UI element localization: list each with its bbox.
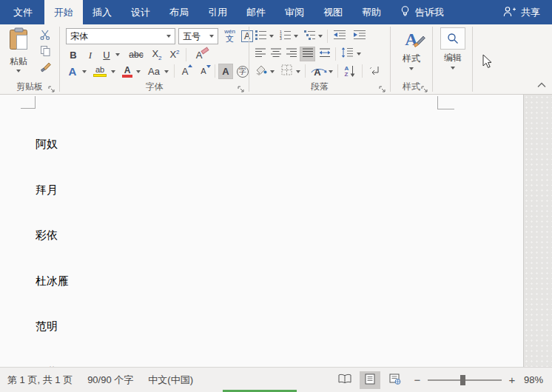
- tab-layout[interactable]: 布局: [160, 0, 198, 24]
- font-size-combo[interactable]: 五号: [178, 28, 218, 44]
- character-shading-button[interactable]: A: [218, 64, 233, 79]
- page-number-status[interactable]: 第 1 页, 共 1 页: [0, 374, 80, 387]
- tab-design[interactable]: 设计: [121, 0, 160, 24]
- strikethrough-button[interactable]: abc: [125, 47, 147, 62]
- tab-help[interactable]: 帮助: [352, 0, 391, 24]
- multilevel-list-button[interactable]: [302, 29, 317, 44]
- tell-me-box[interactable]: 告诉我: [391, 0, 453, 24]
- underline-button[interactable]: U: [99, 47, 114, 62]
- justify-button[interactable]: [300, 47, 315, 61]
- doc-line: 彩依: [36, 228, 69, 243]
- highlight-dropdown[interactable]: [109, 64, 118, 79]
- font-color-dropdown[interactable]: [134, 64, 143, 79]
- asian-layout-button[interactable]: A: [309, 64, 326, 79]
- subscript-button[interactable]: X2: [149, 47, 165, 62]
- format-painter-button[interactable]: [37, 61, 53, 76]
- show-hide-marks-button[interactable]: [366, 64, 383, 79]
- italic-button[interactable]: I: [83, 47, 98, 62]
- clipboard-group: 粘贴 剪贴板: [0, 24, 59, 95]
- clipboard-paste-icon: [9, 27, 29, 53]
- font-color-button[interactable]: A: [120, 64, 135, 79]
- language-status[interactable]: 中文(中国): [141, 374, 201, 387]
- read-mode-button[interactable]: [334, 371, 355, 389]
- distribute-button[interactable]: [317, 47, 332, 61]
- paragraph-dialog-launcher-icon[interactable]: [379, 84, 388, 92]
- grow-font-button[interactable]: A: [177, 64, 193, 79]
- paste-button[interactable]: 粘贴: [3, 27, 34, 72]
- font-name-value: 宋体: [70, 30, 88, 43]
- tab-home[interactable]: 开始: [44, 0, 83, 24]
- highlight-button[interactable]: ab: [91, 64, 109, 79]
- document-canvas[interactable]: 阿奴 拜月 彩依 杜冰雁 范明 飞蓬 顾留芳 花楹 姜明 姜婉儿 景天 酒剑仙 …: [0, 95, 552, 367]
- zoom-slider[interactable]: [428, 379, 502, 381]
- font-dialog-launcher-icon[interactable]: [238, 84, 246, 92]
- zoom-level[interactable]: 98%: [521, 374, 552, 385]
- text-effects-button[interactable]: A: [64, 64, 81, 79]
- borders-dropdown[interactable]: [294, 64, 302, 79]
- text-effects-dropdown[interactable]: [80, 64, 89, 79]
- svg-text:3: 3: [280, 36, 282, 40]
- lightbulb-icon: [400, 5, 411, 20]
- tab-insert[interactable]: 插入: [83, 0, 121, 24]
- shrink-font-button[interactable]: A: [195, 64, 212, 79]
- doc-line: 范明: [36, 319, 69, 334]
- copy-button[interactable]: [37, 45, 53, 60]
- styles-dialog-launcher-icon[interactable]: [421, 84, 430, 92]
- tab-review[interactable]: 审阅: [275, 0, 314, 24]
- editing-button[interactable]: 编辑: [437, 27, 468, 70]
- line-spacing-dropdown[interactable]: [354, 47, 363, 61]
- asian-layout-dropdown[interactable]: [326, 64, 334, 79]
- cut-button[interactable]: [37, 29, 53, 44]
- font-name-combo[interactable]: 宋体: [66, 28, 175, 44]
- align-right-icon: [286, 47, 297, 61]
- sort-button[interactable]: AZ: [341, 64, 359, 79]
- share-button[interactable]: 共享: [491, 0, 552, 24]
- change-case-dropdown[interactable]: [162, 64, 171, 79]
- decrease-indent-button[interactable]: [331, 29, 349, 44]
- web-layout-button[interactable]: [385, 371, 405, 389]
- word-count-status[interactable]: 90/90 个字: [80, 374, 141, 387]
- tab-view[interactable]: 视图: [314, 0, 352, 24]
- line-spacing-button[interactable]: [339, 47, 355, 61]
- zoom-control: − +: [413, 374, 516, 386]
- print-layout-button[interactable]: [360, 371, 380, 389]
- shading-dropdown[interactable]: [268, 64, 276, 79]
- align-center-button[interactable]: [269, 47, 283, 61]
- numbering-dropdown[interactable]: [292, 29, 300, 44]
- bullets-dropdown[interactable]: [267, 29, 275, 44]
- highlight-icon: ab: [95, 66, 104, 74]
- shading-button[interactable]: [253, 64, 268, 79]
- page-background-area: [523, 95, 552, 367]
- font-group: 宋体 五号 wén 文 A B I U abc X2 X2 A A: [60, 24, 249, 95]
- zoom-in-button[interactable]: +: [508, 374, 516, 386]
- clear-formatting-button[interactable]: A: [189, 47, 209, 62]
- bold-button[interactable]: B: [66, 47, 81, 62]
- tab-file[interactable]: 文件: [1, 0, 44, 24]
- multilevel-list-dropdown[interactable]: [316, 29, 324, 44]
- change-case-button[interactable]: Aa: [145, 64, 163, 79]
- styles-button[interactable]: A 样式: [396, 28, 427, 70]
- line-spacing-icon: [341, 47, 353, 61]
- increase-indent-button[interactable]: [351, 29, 368, 44]
- borders-button[interactable]: [279, 64, 294, 79]
- zoom-out-button[interactable]: −: [413, 374, 422, 386]
- superscript-button[interactable]: X2: [166, 47, 183, 62]
- bullets-button[interactable]: [253, 29, 268, 44]
- align-left-button[interactable]: [253, 47, 267, 61]
- tab-references[interactable]: 引用: [198, 0, 237, 24]
- align-right-button[interactable]: [284, 47, 298, 61]
- align-left-icon: [255, 47, 266, 61]
- align-center-icon: [271, 47, 281, 61]
- bold-icon: B: [70, 50, 76, 60]
- share-label: 共享: [521, 6, 540, 19]
- clipboard-dialog-launcher-icon[interactable]: [48, 84, 57, 92]
- numbering-icon: 123: [280, 30, 291, 43]
- collapse-ribbon-button[interactable]: [537, 78, 546, 91]
- tab-mailings[interactable]: 邮件: [237, 0, 275, 24]
- numbering-button[interactable]: 123: [277, 29, 292, 44]
- ribbon-tab-bar: 文件 开始 插入 设计 布局 引用 邮件 审阅 视图 帮助 告诉我 共享: [0, 0, 552, 24]
- zoom-slider-thumb[interactable]: [460, 375, 465, 385]
- phonetic-guide-button[interactable]: wén 文: [221, 27, 238, 45]
- underline-dropdown[interactable]: [113, 47, 122, 62]
- print-layout-icon: [365, 374, 375, 387]
